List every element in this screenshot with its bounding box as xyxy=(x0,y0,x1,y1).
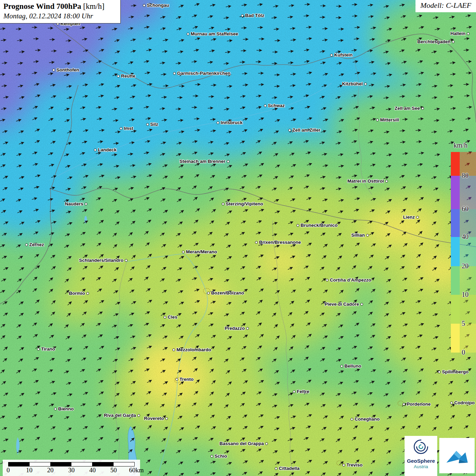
city-marker-dot xyxy=(438,371,441,373)
city-marker-dot xyxy=(25,243,28,246)
geosphere-sub: Austria xyxy=(405,464,437,469)
city-label: Mezzolombardo xyxy=(176,346,211,353)
city-label: Bormio xyxy=(69,290,85,296)
city-marker-dot xyxy=(421,107,424,110)
city-marker-dot xyxy=(360,303,363,306)
city-label: Riva del Garda xyxy=(104,412,136,419)
city-marker-dot xyxy=(210,455,213,458)
city-label: Spilimbergo xyxy=(442,369,469,375)
city-marker-dot xyxy=(403,403,405,406)
legend-unit-label: km/h xyxy=(454,141,476,149)
city-label: Pieve di Cadore xyxy=(325,301,359,307)
city-label: Kufstein xyxy=(334,52,353,58)
city-label: Silz xyxy=(150,121,158,128)
city-label: Cortina d'Ampezzo xyxy=(330,277,371,283)
city-label: Zell am See xyxy=(395,105,420,112)
city-label: Treviso xyxy=(346,462,362,468)
city-marker-dot xyxy=(125,259,128,262)
city-label: Sterzing/Vipiteno xyxy=(226,201,263,207)
city-label: Rovereto xyxy=(144,415,164,422)
city-label: Mittersill xyxy=(380,117,399,123)
city-marker-dot xyxy=(450,402,453,404)
city-marker-dot xyxy=(467,32,470,35)
legend-tick: 60 xyxy=(462,205,475,213)
city-marker-dot xyxy=(351,418,353,421)
legend-segment xyxy=(451,295,460,324)
city-marker-dot xyxy=(175,378,178,381)
city-marker-dot xyxy=(146,123,149,126)
city-label: Cles xyxy=(168,314,177,320)
scale-bar-tick: 10 xyxy=(26,466,33,474)
city-marker-dot xyxy=(330,54,333,56)
legend-tick: 0 xyxy=(462,348,475,356)
city-marker-dot xyxy=(172,348,175,351)
city-label: Zernez xyxy=(29,241,44,248)
city-marker-dot xyxy=(452,40,455,43)
city-label: Meran/Merano xyxy=(186,249,217,255)
legend: km/h 806040201050 xyxy=(451,141,476,152)
city-marker-dot xyxy=(137,414,140,417)
city-label: Tirano xyxy=(41,346,55,352)
city-marker-dot xyxy=(217,121,219,124)
header-box: Prognose Wind 700hPa [km/h] Montag, 02.1… xyxy=(0,0,121,23)
legend-tick: 20 xyxy=(462,262,475,270)
city-label: Feltre xyxy=(297,388,309,395)
city-label: Brixen/Bressanone xyxy=(259,239,301,245)
scale-bar: 0102030405060km xyxy=(3,460,140,476)
scale-bar-segment xyxy=(71,462,92,466)
valid-time-label: Montag, 02.12.2024 18:00 Uhr xyxy=(3,12,115,20)
city-marker-dot xyxy=(326,279,328,282)
city-label: Berchtesgaden xyxy=(417,38,451,45)
scale-bar-segments xyxy=(8,462,135,466)
city-marker-dot xyxy=(173,72,176,75)
scale-bar-tick: 40 xyxy=(89,466,96,474)
scale-bar-segment xyxy=(92,462,114,466)
city-marker-dot xyxy=(54,408,57,410)
city-label: Sillian xyxy=(351,232,365,238)
scale-bar-tick: 20 xyxy=(47,466,54,474)
scale-bar-tick: 30 xyxy=(68,466,75,474)
city-label: Garmisch-Partenkirchen xyxy=(177,70,231,76)
city-marker-dot xyxy=(187,33,189,35)
city-marker-dot xyxy=(255,241,258,244)
partner-logo xyxy=(439,438,475,473)
city-label: Lienz xyxy=(403,214,415,220)
scale-bar-tick: 50 xyxy=(111,466,117,474)
city-marker-dot xyxy=(366,234,369,237)
city-marker-dot xyxy=(164,316,166,319)
city-marker-dot xyxy=(94,149,97,151)
city-label: Bassano del Grappa xyxy=(219,440,264,447)
scale-bar-segment xyxy=(51,462,72,466)
legend-segment xyxy=(451,152,460,176)
model-label: Modell: C-LAEF xyxy=(415,0,476,12)
city-label: Murnau am Staffelsee xyxy=(191,31,238,37)
legend-segment xyxy=(451,209,460,237)
city-label: Cittadella xyxy=(279,465,300,472)
city-label: Predazzo xyxy=(225,325,245,332)
city-marker-dot xyxy=(296,224,299,227)
city-marker-dot xyxy=(293,390,295,393)
city-label: Kitzbühel xyxy=(342,81,363,87)
legend-segment xyxy=(451,176,460,209)
city-marker-dot xyxy=(241,14,244,17)
scale-bar-labels: 0102030405060km xyxy=(8,466,137,475)
city-marker-dot xyxy=(275,467,277,470)
legend-tick: 5 xyxy=(462,320,475,327)
city-label: Landeck xyxy=(98,147,117,153)
title-text: Prognose Wind 700hPa xyxy=(3,2,81,11)
title-unit: [km/h] xyxy=(83,2,105,11)
city-label: Trento xyxy=(180,376,193,382)
geosphere-name: GeoSphere xyxy=(405,458,437,464)
scale-bar-segment xyxy=(30,462,51,466)
city-label: Bad Tölz xyxy=(245,12,264,19)
legend-tick: 80 xyxy=(462,172,475,180)
city-marker-dot xyxy=(416,216,419,219)
city-label: Schwaz xyxy=(268,102,285,109)
city-marker-dot xyxy=(385,180,388,183)
city-marker-dot xyxy=(264,104,267,107)
city-marker-dot xyxy=(182,251,185,253)
city-label: Schongau xyxy=(147,2,169,8)
mountain-arrow-icon xyxy=(442,441,472,470)
scale-bar-segment xyxy=(8,462,30,466)
legend-colorbar-solid xyxy=(451,152,460,353)
